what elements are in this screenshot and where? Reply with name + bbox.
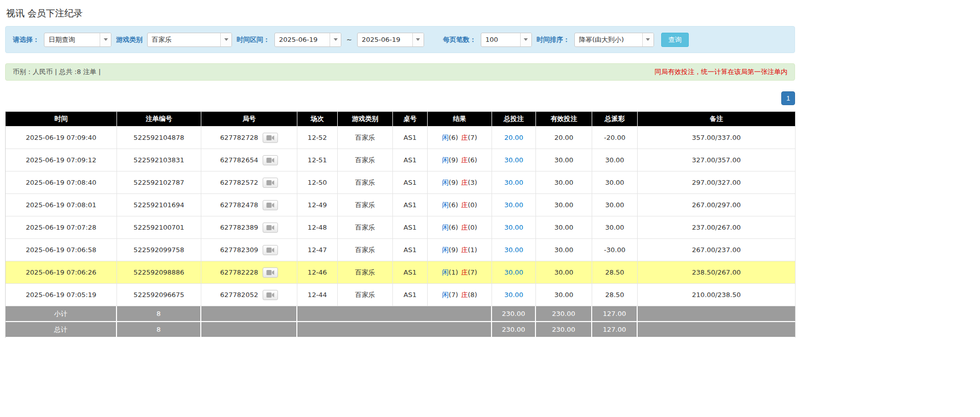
caret-down-icon[interactable] (220, 33, 231, 46)
result-banker-label: 庄 (461, 291, 468, 299)
total-bet-link[interactable]: 30.00 (504, 201, 523, 209)
subtotal-empty-remark (638, 306, 796, 322)
cell-valid-bet: 30.00 (536, 171, 592, 194)
total-bet-link[interactable]: 30.00 (504, 246, 523, 254)
result-player-label: 闲 (442, 224, 449, 231)
video-replay-button[interactable] (263, 178, 278, 188)
date-from-value: 2025-06-19 (275, 33, 330, 46)
cell-table-no: AS1 (393, 194, 428, 216)
total-bet-link[interactable]: 30.00 (504, 156, 523, 164)
cell-table-no: AS1 (393, 171, 428, 194)
video-camera-icon (266, 269, 274, 276)
video-replay-button[interactable] (263, 290, 278, 300)
game-type-select[interactable]: 百家乐 (147, 33, 232, 47)
video-replay-button[interactable] (263, 133, 278, 143)
cell-table-no: AS1 (393, 149, 428, 171)
cell-session: 12-46 (297, 261, 338, 284)
video-replay-button[interactable] (263, 267, 278, 278)
query-type-select[interactable]: 日期查询 (44, 33, 111, 47)
video-camera-icon (266, 180, 274, 186)
video-replay-button[interactable] (263, 245, 278, 255)
table-row: 2025-06-19 07:06:58 522592099758 6277823… (6, 239, 796, 261)
caret-down-icon[interactable] (412, 33, 424, 46)
column-header-10: 总派彩 (592, 112, 638, 127)
cell-remark: 267.00/237.00 (638, 239, 796, 261)
date-range-separator: ~ (346, 36, 353, 43)
cell-table-no: AS1 (393, 284, 428, 306)
total-bet-link[interactable]: 30.00 (504, 179, 523, 186)
cell-payout: -30.00 (592, 239, 638, 261)
table-row: 2025-06-19 07:06:26 522592098886 6277822… (6, 261, 796, 284)
round-id-text: 627782728 (220, 134, 258, 141)
cell-result: 闲(9)庄(3) (428, 171, 492, 194)
cell-time: 2025-06-19 07:05:19 (6, 284, 117, 306)
cell-game: 百家乐 (338, 261, 393, 284)
result-player-score: (9) (449, 156, 458, 164)
round-id-text: 627782654 (220, 156, 258, 164)
query-type-value: 日期查询 (44, 33, 100, 46)
video-replay-button[interactable] (263, 200, 278, 210)
date-from-select[interactable]: 2025-06-19 (274, 33, 341, 47)
cell-time: 2025-06-19 07:08:40 (6, 171, 117, 194)
cell-remark: 267.00/297.00 (638, 194, 796, 216)
sort-order-select[interactable]: 降幂(由大到小) (574, 33, 654, 47)
video-replay-button[interactable] (263, 155, 278, 165)
caret-down-icon[interactable] (642, 33, 654, 46)
result-player-label: 闲 (442, 201, 449, 209)
cell-table-no: AS1 (393, 261, 428, 284)
cell-game: 百家乐 (338, 127, 393, 149)
pagination-page-1[interactable]: 1 (781, 91, 795, 105)
result-banker-score: (7) (468, 134, 477, 141)
cell-session: 12-48 (297, 216, 338, 239)
video-camera-icon (266, 225, 274, 231)
summary-bar: 币别：人民币 | 总共 :8 注单 | 同局有效投注，统一计算在该局第一张注单内 (5, 63, 795, 81)
pagination: 1 (5, 91, 795, 105)
query-button[interactable]: 查询 (661, 33, 689, 47)
caret-down-icon[interactable] (330, 33, 341, 46)
cell-session: 12-50 (297, 171, 338, 194)
subtotal-row: 小计 8 230.00 230.00 127.00 (6, 306, 796, 322)
table-row: 2025-06-19 07:08:01 522592101694 6277824… (6, 194, 796, 216)
cell-time: 2025-06-19 07:09:12 (6, 149, 117, 171)
table-row: 2025-06-19 07:09:40 522592104878 6277827… (6, 127, 796, 149)
total-bet-link[interactable]: 30.00 (504, 291, 523, 299)
cell-table-no: AS1 (393, 239, 428, 261)
caret-down-icon[interactable] (100, 33, 111, 46)
cell-valid-bet: 30.00 (536, 284, 592, 306)
cell-total-bet: 30.00 (492, 149, 536, 171)
cell-session: 12-47 (297, 239, 338, 261)
game-type-value: 百家乐 (148, 33, 220, 46)
cell-round-id: 627782309 (201, 239, 297, 261)
cell-game: 百家乐 (338, 239, 393, 261)
column-header-7: 结果 (428, 112, 492, 127)
cell-session: 12-51 (297, 149, 338, 171)
date-to-select[interactable]: 2025-06-19 (357, 33, 424, 47)
total-bet-link[interactable]: 20.00 (504, 134, 523, 141)
column-header-11: 备注 (638, 112, 796, 127)
result-player-label: 闲 (442, 179, 449, 186)
result-player-label: 闲 (442, 156, 449, 164)
result-player-label: 闲 (442, 246, 449, 254)
total-bet-link[interactable]: 30.00 (504, 224, 523, 231)
video-replay-button[interactable] (263, 223, 278, 233)
total-bet-link[interactable]: 30.00 (504, 268, 523, 276)
cell-total-bet: 30.00 (492, 216, 536, 239)
cell-bet-id: 522592100701 (117, 216, 201, 239)
cell-bet-id: 522592098886 (117, 261, 201, 284)
caret-down-icon[interactable] (520, 33, 531, 46)
bet-records-table: 时间注单编号局号场次游戏类别桌号结果总投注有效投注总派彩备注 2025-06-1… (5, 111, 796, 338)
cell-time: 2025-06-19 07:06:58 (6, 239, 117, 261)
page: 视讯 会员下注纪录 请选择： 日期查询 游戏类别 百家乐 时间区间： 2025-… (5, 0, 795, 338)
round-id-text: 627782228 (220, 268, 258, 276)
round-id-text: 627782478 (220, 201, 258, 209)
result-banker-score: (8) (468, 291, 477, 299)
cell-remark: 238.50/267.00 (638, 261, 796, 284)
cell-time: 2025-06-19 07:09:40 (6, 127, 117, 149)
column-header-6: 桌号 (393, 112, 428, 127)
page-size-select[interactable]: 100 (481, 33, 532, 47)
cell-valid-bet: 30.00 (536, 216, 592, 239)
cell-game: 百家乐 (338, 149, 393, 171)
subtotal-empty-round (201, 306, 297, 322)
cell-time: 2025-06-19 07:08:01 (6, 194, 117, 216)
cell-time: 2025-06-19 07:06:26 (6, 261, 117, 284)
